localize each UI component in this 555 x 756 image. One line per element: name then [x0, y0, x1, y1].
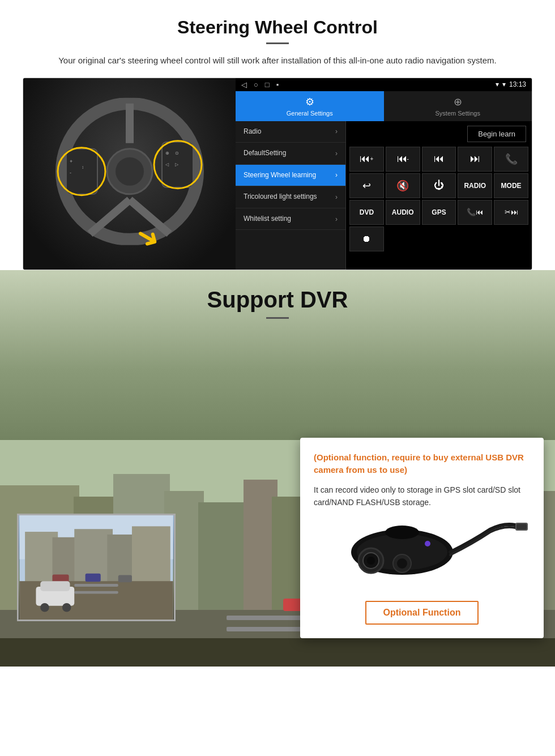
phone-prev-button[interactable]: 📞⏮	[458, 200, 492, 225]
audio-button[interactable]: AUDIO	[386, 200, 420, 225]
dvr-title-divider	[266, 317, 289, 319]
svg-rect-53	[40, 581, 70, 591]
home-icon[interactable]: ○	[254, 80, 258, 89]
recents-icon[interactable]: □	[265, 80, 270, 89]
svg-text:◁: ◁	[165, 161, 169, 166]
dvr-optional-text: (Optional function, require to buy exter…	[314, 451, 530, 477]
dvr-camera-svg	[314, 518, 530, 592]
svg-text:▷: ▷	[175, 161, 179, 166]
dvr-body-text: It can record video only to storage in G…	[314, 484, 530, 509]
begin-learn-button[interactable]: Begin learn	[467, 126, 526, 142]
dvr-info-card: (Optional function, require to buy exter…	[300, 438, 544, 638]
dvr-background: Support DVR	[0, 270, 555, 667]
page-title: Steering Wheel Control	[23, 17, 532, 38]
vol-up-button[interactable]: ⏮+	[349, 147, 384, 172]
begin-learn-row: Begin learn	[346, 121, 532, 147]
chevron-right-icon: ›	[335, 150, 338, 157]
cut-next-button[interactable]: ✂⏭	[494, 200, 528, 225]
dvd-button[interactable]: DVD	[349, 200, 384, 225]
status-bar: ◁ ○ □ ▪ ▾ ▾ 13:13	[236, 78, 532, 91]
android-settings-panel: ◁ ○ □ ▪ ▾ ▾ 13:13 ⚙ General Settings ⊕ S…	[236, 78, 532, 270]
signal-icon: ▾	[502, 80, 506, 88]
svg-text:+: +	[70, 158, 72, 164]
menu-item-tricoloured[interactable]: Tricoloured light settings ›	[236, 186, 345, 208]
svg-point-5	[116, 157, 144, 185]
tab-general-settings[interactable]: ⚙ General Settings	[236, 91, 384, 121]
dvr-section: Support DVR	[0, 270, 555, 667]
dvr-camera-preview	[17, 514, 176, 621]
chevron-right-icon: ›	[335, 171, 338, 179]
svg-rect-49	[53, 574, 69, 582]
tab-system-label: System Settings	[436, 110, 480, 117]
svg-text:↕: ↕	[82, 164, 84, 169]
svg-rect-66	[516, 524, 527, 529]
svg-point-62	[397, 558, 407, 569]
nav-icons: ◁ ○ □ ▪	[241, 80, 279, 89]
svg-point-60	[367, 557, 375, 565]
menu-item-whitelist[interactable]: Whitelist setting ›	[236, 208, 345, 230]
power-button[interactable]: ⏻	[422, 173, 456, 198]
svg-rect-47	[74, 584, 118, 587]
radio-button[interactable]: RADIO	[458, 173, 492, 198]
steering-wheel-svg: + - ↕ ⊕ ⊙ ◁ ▷	[50, 97, 209, 245]
steering-demo-container: + - ↕ ⊕ ⊙ ◁ ▷ ➜ ◁ ○	[23, 78, 532, 270]
svg-rect-45	[132, 526, 170, 587]
tab-row: ⚙ General Settings ⊕ System Settings	[236, 91, 532, 121]
phone-button[interactable]: 📞	[494, 147, 528, 172]
steering-wheel-section: Steering Wheel Control Your original car…	[0, 0, 555, 270]
next-button[interactable]: ⏭	[458, 147, 492, 172]
menu-item-radio[interactable]: Radio ›	[236, 121, 345, 143]
preview-svg	[19, 515, 174, 620]
svg-point-54	[40, 603, 49, 611]
steering-wheel-image: + - ↕ ⊕ ⊙ ◁ ▷ ➜	[23, 78, 236, 270]
right-panel: Begin learn ⏮+ ⏮- ⏮ ⏭ 📞 ↩ 🔇 ⏻	[346, 121, 532, 270]
network-icon: ⊕	[454, 96, 462, 108]
prev-button[interactable]: ⏮	[422, 147, 456, 172]
dvr-title-area: Support DVR	[0, 270, 555, 319]
chevron-right-icon: ›	[335, 127, 338, 135]
svg-point-63	[425, 541, 430, 546]
content-area: Radio › DefaultSetting › Steering Wheel …	[236, 121, 532, 270]
chevron-right-icon: ›	[335, 193, 338, 201]
optional-function-button[interactable]: Optional Function	[365, 601, 479, 625]
gps-button[interactable]: GPS	[422, 200, 456, 225]
dvr-title: Support DVR	[0, 287, 555, 313]
back-icon[interactable]: ◁	[241, 80, 247, 89]
svg-text:⊕: ⊕	[165, 150, 169, 155]
wifi-icon: ▾	[496, 80, 499, 88]
mute-button[interactable]: 🔇	[386, 173, 420, 198]
dvr-camera-visual	[314, 518, 530, 592]
section-description: Your original car's steering wheel contr…	[45, 54, 510, 67]
menu-list: Radio › DefaultSetting › Steering Wheel …	[236, 121, 346, 270]
hang-up-button[interactable]: ↩	[349, 173, 384, 198]
vol-down-button[interactable]: ⏮-	[386, 147, 420, 172]
title-divider	[266, 42, 289, 44]
menu-item-steering[interactable]: Steering Wheel learning ›	[236, 165, 345, 187]
mode-button[interactable]: MODE	[494, 173, 528, 198]
svg-rect-38	[0, 638, 555, 667]
chevron-right-icon: ›	[335, 215, 338, 223]
screenshot-icon[interactable]: ▪	[276, 80, 279, 89]
svg-point-55	[62, 603, 71, 611]
svg-text:-: -	[70, 169, 71, 175]
svg-text:⊙: ⊙	[175, 150, 179, 155]
dvr-icon-button[interactable]: ⏺	[349, 227, 384, 251]
clock: 13:13	[509, 80, 526, 88]
tab-system-settings[interactable]: ⊕ System Settings	[384, 91, 532, 121]
tab-general-label: General Settings	[287, 110, 333, 117]
menu-item-default[interactable]: DefaultSetting ›	[236, 143, 345, 165]
svg-rect-50	[86, 573, 101, 582]
svg-line-2	[90, 199, 130, 233]
svg-rect-51	[118, 575, 132, 582]
gear-icon: ⚙	[305, 96, 314, 108]
svg-rect-48	[74, 591, 118, 593]
button-grid: ⏮+ ⏮- ⏮ ⏭ 📞 ↩ 🔇 ⏻ RADIO MODE DVD AUDIO	[346, 147, 532, 255]
svg-point-64	[385, 526, 419, 539]
